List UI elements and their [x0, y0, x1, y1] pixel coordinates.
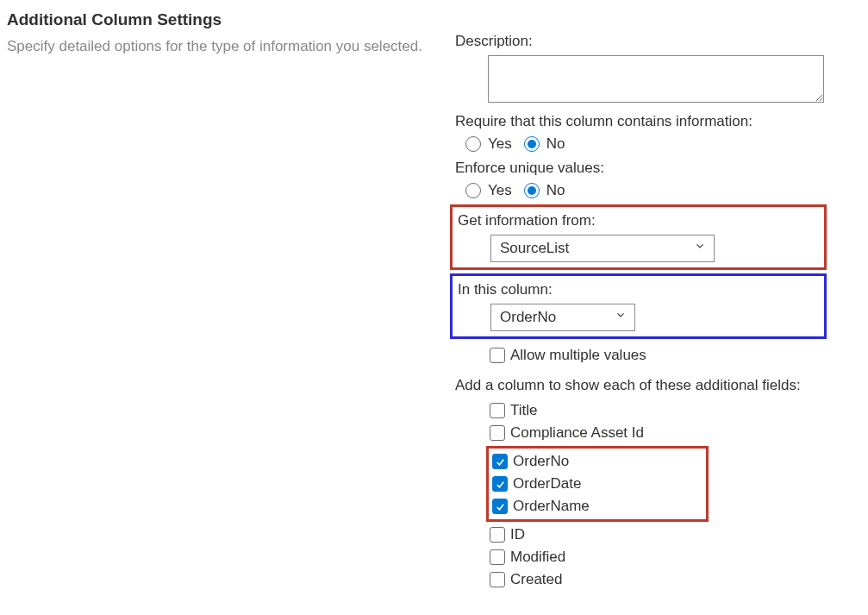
- field-checkbox-orderno[interactable]: [492, 454, 508, 469]
- fields-highlight: OrderNo OrderDate OrderName: [486, 446, 709, 522]
- section-description: Specify detailed options for the type of…: [7, 36, 446, 58]
- allow-multi-row: Allow multiple values: [490, 344, 861, 367]
- field-row-modified: Modified: [490, 546, 861, 568]
- field-checkbox-title[interactable]: [490, 403, 505, 418]
- field-label-title[interactable]: Title: [510, 402, 538, 419]
- field-row-orderdate: OrderDate: [492, 473, 706, 495]
- unique-no-radio[interactable]: [524, 183, 540, 198]
- description-label: Description:: [455, 31, 861, 52]
- field-label-modified[interactable]: Modified: [510, 549, 565, 566]
- get-info-highlight: Get information from: SourceList: [450, 204, 827, 270]
- field-checkbox-modified[interactable]: [490, 549, 505, 565]
- additional-label: Add a column to show each of these addit…: [455, 375, 861, 396]
- description-group: Description:: [455, 31, 861, 103]
- field-row-created: Created: [490, 568, 861, 591]
- unique-label: Enforce unique values:: [455, 158, 861, 179]
- require-yes-label[interactable]: Yes: [488, 135, 512, 153]
- unique-yes-radio[interactable]: [465, 183, 481, 198]
- field-checkbox-id[interactable]: [490, 527, 505, 543]
- field-checkbox-ordername[interactable]: [492, 499, 508, 514]
- in-column-label: In this column:: [458, 279, 819, 300]
- require-group: Require that this column contains inform…: [455, 111, 861, 153]
- field-label-created[interactable]: Created: [510, 571, 562, 588]
- field-row-title: Title: [490, 399, 861, 422]
- field-label-orderdate[interactable]: OrderDate: [513, 475, 581, 493]
- in-column-select[interactable]: OrderNo: [490, 304, 635, 331]
- section-title: Additional Column Settings: [7, 10, 446, 29]
- field-checkbox-orderdate[interactable]: [492, 476, 508, 492]
- field-row-orderno: OrderNo: [492, 450, 706, 473]
- field-row-id: ID: [490, 524, 861, 546]
- allow-multi-checkbox[interactable]: [490, 348, 505, 363]
- allow-multi-label[interactable]: Allow multiple values: [510, 347, 646, 364]
- require-no-label[interactable]: No: [546, 135, 565, 153]
- field-checkbox-compliance[interactable]: [490, 425, 505, 441]
- field-checkbox-created[interactable]: [490, 572, 505, 587]
- require-no-radio[interactable]: [524, 136, 540, 152]
- get-info-select[interactable]: SourceList: [490, 235, 715, 262]
- unique-group: Enforce unique values: Yes No: [455, 158, 861, 199]
- description-textarea[interactable]: [488, 55, 824, 103]
- unique-yes-label[interactable]: Yes: [488, 182, 512, 199]
- field-label-id[interactable]: ID: [510, 526, 525, 543]
- field-label-compliance[interactable]: Compliance Asset Id: [510, 424, 644, 442]
- require-label: Require that this column contains inform…: [455, 111, 861, 132]
- require-yes-radio[interactable]: [465, 136, 481, 152]
- field-row-ordername: OrderName: [492, 495, 706, 518]
- field-row-compliance: Compliance Asset Id: [490, 422, 861, 444]
- in-column-highlight: In this column: OrderNo: [450, 273, 827, 339]
- get-info-label: Get information from:: [458, 210, 819, 231]
- field-label-orderno[interactable]: OrderNo: [513, 453, 569, 470]
- unique-no-label[interactable]: No: [546, 182, 565, 199]
- field-label-ordername[interactable]: OrderName: [513, 498, 590, 515]
- additional-group: Add a column to show each of these addit…: [455, 375, 861, 591]
